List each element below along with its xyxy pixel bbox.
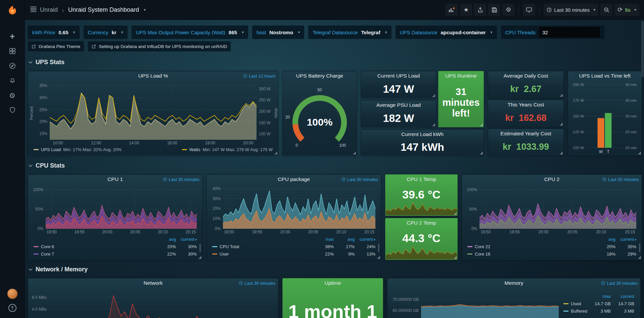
panel-title[interactable]: Current UPS Load (361, 71, 436, 81)
legend-header-current[interactable]: current (611, 294, 634, 299)
sidebar-admin-button[interactable] (5, 103, 20, 118)
sidebar-create-button[interactable]: + (5, 29, 20, 44)
legend-series[interactable]: Buffered (563, 309, 587, 314)
cycle-view-button[interactable] (523, 4, 535, 16)
cpu1-chart[interactable]: 100%50%0%19:5019:5520:0020:0520:1020:15 (28, 184, 202, 235)
section-title: Network / Memory (36, 266, 88, 273)
panel-title[interactable]: UPS Load vs Time left (568, 71, 642, 81)
variable-host[interactable]: host Nostromo ▾ (252, 26, 304, 39)
legend-scrollbar[interactable] (639, 243, 640, 252)
legend-header-current[interactable]: current▾ (355, 237, 375, 242)
network-chart[interactable]: 6.0 MBs4.0 MBs2.0 MBs (28, 288, 278, 318)
help-button[interactable]: ? (8, 304, 16, 312)
section-header-ups-stats[interactable]: UPS Stats (28, 58, 642, 67)
legend-header-max[interactable]: max (313, 237, 334, 242)
legend-series[interactable]: Core 7 (34, 252, 155, 257)
svg-text:100%: 100% (307, 117, 333, 128)
cpu-threads-input[interactable] (539, 27, 600, 38)
svg-text:20:05: 20:05 (567, 230, 577, 234)
cpu2-chart[interactable]: 100%50%0%19:5019:5520:0020:0520:1020:15 (462, 184, 642, 235)
link-ups-monitoring-guide[interactable]: Setting up Grafana and InfluxDB for UPS … (88, 41, 231, 51)
legend-header-avg[interactable]: avg (595, 237, 615, 242)
clock-icon (601, 281, 605, 285)
zoom-out-button[interactable] (600, 4, 612, 16)
legend-header-max[interactable]: max (587, 294, 611, 299)
refresh-button[interactable]: ⟳ 5s ▾ (614, 4, 639, 16)
variable-value[interactable]: apcupsd-container (441, 30, 486, 35)
legend-scrollbar[interactable] (378, 243, 379, 252)
panel-title[interactable]: Average PSU Load (361, 100, 436, 110)
panel-title[interactable]: CPU 1 Temp (385, 175, 457, 184)
breadcrumb-app[interactable]: Unraid (40, 6, 58, 13)
dashboard-links: Grafana Plex Theme Setting up Grafana an… (28, 41, 642, 51)
share-button[interactable] (474, 4, 486, 16)
panel-title[interactable]: Estimated Yearly Cost (488, 129, 563, 138)
clock-icon (547, 7, 552, 12)
legend-header-current[interactable]: current▾ (176, 237, 197, 242)
chevron-down-icon: ▾ (121, 30, 123, 35)
legend-series[interactable]: Core 6 (34, 244, 155, 249)
variable-telegraf-datasource[interactable]: Telegraf Datasource Telegraf ▾ (308, 26, 392, 39)
ups-load-chart[interactable]: 35%30%25%20%15%300 W250 W200 W150 W100 W… (28, 81, 278, 146)
dashboard-picker-caret-icon[interactable]: ▾ (144, 7, 146, 12)
svg-text:125 W: 125 W (573, 130, 584, 134)
external-link-icon (92, 44, 96, 49)
legend-series[interactable]: Used (563, 301, 587, 306)
legend-series[interactable]: CPU Total (212, 244, 313, 249)
legend-scrollbar[interactable] (199, 243, 201, 252)
favorite-button[interactable]: ★ (460, 4, 472, 16)
svg-text:30 min: 30 min (625, 114, 637, 118)
time-range-picker[interactable]: Last 30 minutes ▾ (544, 4, 598, 16)
panel-title[interactable]: UPS Load % (28, 71, 278, 81)
panel-title[interactable]: This Years Cost (488, 100, 563, 109)
svg-text:150 W: 150 W (573, 114, 584, 118)
legend-current: 30% (176, 244, 197, 249)
sidebar-configuration-button[interactable]: ⚙ (5, 88, 20, 103)
panel-title[interactable]: CPU 2 Temp (385, 218, 457, 228)
breadcrumb-dashboard-title[interactable]: Unraid System Dashboard (68, 6, 139, 13)
battery-gauge-chart[interactable]: 02050100100% (283, 81, 357, 155)
sidebar-dashboards-button[interactable] (5, 44, 20, 58)
svg-text:20:00: 20:00 (243, 141, 253, 145)
apps-grid-icon[interactable] (30, 6, 37, 13)
variable-value[interactable]: Telegraf (361, 30, 380, 35)
user-avatar[interactable] (7, 288, 18, 299)
variable-ups-datasource[interactable]: UPS Datasource apcupsd-container ▾ (396, 26, 497, 39)
legend-header-avg[interactable]: avg (155, 237, 176, 242)
add-panel-button[interactable] (445, 4, 458, 16)
legend-series[interactable]: Core 16 (467, 252, 595, 257)
bell-icon (9, 77, 16, 84)
legend-series-watts[interactable]: Watts Min: 147 W Max: 278 W Avg: 175 W (182, 147, 273, 152)
variable-value[interactable]: Nostromo (269, 30, 293, 35)
section-header-cpu-stats[interactable]: CPU Stats (28, 161, 642, 170)
legend-header-current[interactable]: current▾ (615, 237, 636, 242)
clock-icon (602, 177, 606, 181)
grafana-logo-icon[interactable] (5, 3, 19, 17)
legend-series-ups-load[interactable]: UPS Load Min: 17% Max: 32% Avg: 20% (34, 147, 182, 152)
variable-value[interactable]: 0.65 (58, 30, 68, 35)
legend-series[interactable]: Core 22 (467, 244, 595, 249)
ups-vs-time-bar-chart[interactable]: 200 W40 min175 W35 min150 W30 min125 W25… (568, 81, 642, 155)
cpu-package-chart[interactable]: 40%30%20%10%0%19:5019:5520:0020:0520:102… (207, 184, 381, 235)
panel-title[interactable]: Average Daily Cost (488, 71, 563, 81)
page-scrollbar-thumb[interactable] (641, 21, 644, 77)
panel-title[interactable]: Current Load kWh (361, 130, 484, 139)
variable-ups-max-output[interactable]: UPS Max Output Power Capacity (Watt) 865… (132, 26, 248, 39)
panel-title[interactable]: UPS Battery Charge (283, 71, 357, 81)
dashboard-settings-button[interactable]: ⚙ (502, 4, 514, 16)
legend-header-avg[interactable]: avg (334, 237, 355, 242)
svg-text:20:10: 20:10 (336, 230, 346, 234)
sidebar-explore-button[interactable] (5, 58, 20, 73)
save-dashboard-button[interactable] (488, 4, 500, 16)
variable-currency[interactable]: Currency kr ▾ (84, 26, 128, 39)
variable-value[interactable]: kr (111, 30, 116, 35)
legend-series[interactable]: User (212, 252, 313, 257)
link-grafana-plex-theme[interactable]: Grafana Plex Theme (28, 41, 84, 51)
variable-value[interactable]: 865 (229, 30, 237, 35)
panel-title[interactable]: UPS Runtime (439, 71, 484, 81)
section-header-network-memory[interactable]: Network / Memory (28, 265, 642, 274)
sidebar-alerting-button[interactable] (5, 73, 20, 88)
memory-chart[interactable]: 70.000000 GB60.000000 GB50.000000 GB (387, 288, 563, 318)
variable-kwh-price[interactable]: kWh Price 0.65 ▾ (28, 26, 80, 39)
panel-title[interactable]: Uptime (283, 278, 383, 288)
